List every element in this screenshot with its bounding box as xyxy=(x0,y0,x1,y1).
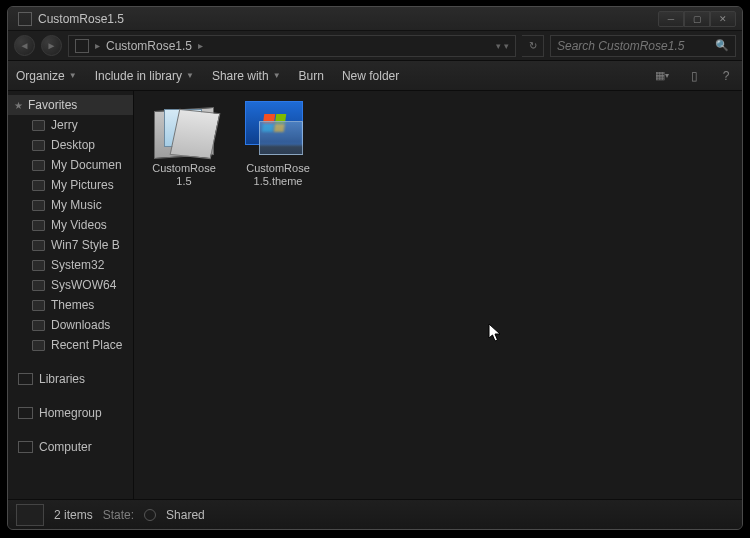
maximize-button[interactable]: ▢ xyxy=(684,11,710,27)
chevron-down-icon: ▾ xyxy=(665,71,669,80)
sidebar-item-label: Win7 Style B xyxy=(51,238,120,252)
close-button[interactable]: ✕ xyxy=(710,11,736,27)
sidebar-item-label: Themes xyxy=(51,298,94,312)
item-count: 2 items xyxy=(54,508,93,522)
include-label: Include in library xyxy=(95,69,182,83)
file-item-folder[interactable]: CustomRose 1.5 xyxy=(144,101,224,188)
share-with-button[interactable]: Share with ▼ xyxy=(212,69,281,83)
file-item-theme[interactable]: CustomRose 1.5.theme xyxy=(238,101,318,188)
back-button[interactable]: ◄ xyxy=(14,35,35,56)
sidebar-item-desktop[interactable]: Desktop xyxy=(8,135,133,155)
status-thumbnail-icon xyxy=(16,504,44,526)
content-pane[interactable]: CustomRose 1.5 CustomRose 1.5.theme xyxy=(134,91,742,499)
burn-button[interactable]: Burn xyxy=(299,69,324,83)
new-folder-label: New folder xyxy=(342,69,399,83)
desktop-icon xyxy=(32,140,45,151)
organize-label: Organize xyxy=(16,69,65,83)
state-value: Shared xyxy=(166,508,205,522)
share-label: Share with xyxy=(212,69,269,83)
folder-icon xyxy=(154,101,214,157)
sidebar-item-documents[interactable]: My Documen xyxy=(8,155,133,175)
sidebar-item-syswow64[interactable]: SysWOW64 xyxy=(8,275,133,295)
sidebar-item-videos[interactable]: My Videos xyxy=(8,215,133,235)
view-options-button[interactable]: ▦▾ xyxy=(654,68,670,84)
sidebar-item-label: System32 xyxy=(51,258,104,272)
recent-icon xyxy=(32,340,45,351)
sidebar-item-label: SysWOW64 xyxy=(51,278,116,292)
folder-icon xyxy=(32,200,45,211)
search-box[interactable]: 🔍 xyxy=(550,35,736,57)
sidebar-item-system32[interactable]: System32 xyxy=(8,255,133,275)
file-label: CustomRose 1.5 xyxy=(152,162,216,188)
sidebar-item-pictures[interactable]: My Pictures xyxy=(8,175,133,195)
favorites-header[interactable]: ★ Favorites xyxy=(8,95,133,115)
breadcrumb[interactable]: ▸ CustomRose1.5 ▸ ▾ ▾ xyxy=(68,35,516,57)
chevron-right-icon: ▸ xyxy=(95,40,100,51)
sidebar-item-downloads[interactable]: Downloads xyxy=(8,315,133,335)
location-icon xyxy=(75,39,89,53)
homegroup-icon xyxy=(18,407,33,419)
new-folder-button[interactable]: New folder xyxy=(342,69,399,83)
title-bar: CustomRose1.5 ─ ▢ ✕ xyxy=(8,7,742,31)
sidebar-item-label: Downloads xyxy=(51,318,110,332)
sidebar-item-label: Desktop xyxy=(51,138,95,152)
sidebar: ★ Favorites Jerry Desktop My Documen My … xyxy=(8,91,134,499)
folder-icon xyxy=(32,320,45,331)
sidebar-item-music[interactable]: My Music xyxy=(8,195,133,215)
help-button[interactable]: ? xyxy=(718,68,734,84)
status-bar: 2 items State: Shared xyxy=(8,499,742,529)
shared-icon xyxy=(144,509,156,521)
toolbar: Organize ▼ Include in library ▼ Share wi… xyxy=(8,61,742,91)
search-icon: 🔍 xyxy=(715,39,729,52)
state-label: State: xyxy=(103,508,134,522)
sidebar-item-label: My Documen xyxy=(51,158,122,172)
libraries-icon xyxy=(18,373,33,385)
window-title: CustomRose1.5 xyxy=(38,12,124,26)
nav-bar: ◄ ► ▸ CustomRose1.5 ▸ ▾ ▾ ↻ 🔍 xyxy=(8,31,742,61)
sidebar-section-computer[interactable]: Computer xyxy=(8,437,133,457)
organize-button[interactable]: Organize ▼ xyxy=(16,69,77,83)
folder-icon xyxy=(32,160,45,171)
refresh-button[interactable]: ↻ xyxy=(522,35,544,57)
sidebar-item-win7style[interactable]: Win7 Style B xyxy=(8,235,133,255)
preview-pane-button[interactable]: ▯ xyxy=(686,68,702,84)
minimize-button[interactable]: ─ xyxy=(658,11,684,27)
sidebar-section-homegroup[interactable]: Homegroup xyxy=(8,403,133,423)
window-icon xyxy=(18,12,32,26)
chevron-down-icon: ▼ xyxy=(273,71,281,80)
folder-icon xyxy=(32,180,45,191)
section-label: Libraries xyxy=(39,372,85,386)
computer-icon xyxy=(18,441,33,453)
sidebar-item-label: My Pictures xyxy=(51,178,114,192)
sidebar-item-label: Recent Place xyxy=(51,338,122,352)
folder-icon xyxy=(32,260,45,271)
theme-file-icon xyxy=(245,101,311,157)
folder-icon xyxy=(32,240,45,251)
explorer-window: CustomRose1.5 ─ ▢ ✕ ◄ ► ▸ CustomRose1.5 … xyxy=(7,6,743,530)
window-controls: ─ ▢ ✕ xyxy=(658,11,736,27)
sidebar-section-libraries[interactable]: Libraries xyxy=(8,369,133,389)
star-icon: ★ xyxy=(14,100,23,111)
section-label: Homegroup xyxy=(39,406,102,420)
folder-icon xyxy=(32,120,45,131)
folder-icon xyxy=(32,280,45,291)
sidebar-item-jerry[interactable]: Jerry xyxy=(8,115,133,135)
folder-icon xyxy=(32,220,45,231)
section-label: Computer xyxy=(39,440,92,454)
search-input[interactable] xyxy=(557,39,711,53)
body: ★ Favorites Jerry Desktop My Documen My … xyxy=(8,91,742,499)
chevron-down-icon: ▼ xyxy=(186,71,194,80)
include-in-library-button[interactable]: Include in library ▼ xyxy=(95,69,194,83)
sidebar-item-label: My Videos xyxy=(51,218,107,232)
forward-button[interactable]: ► xyxy=(41,35,62,56)
breadcrumb-current[interactable]: CustomRose1.5 xyxy=(106,39,192,53)
sidebar-item-label: Jerry xyxy=(51,118,78,132)
burn-label: Burn xyxy=(299,69,324,83)
chevron-right-icon: ▸ xyxy=(198,40,203,51)
favorites-header-label: Favorites xyxy=(28,98,77,112)
file-label: CustomRose 1.5.theme xyxy=(246,162,310,188)
folder-icon xyxy=(32,300,45,311)
sidebar-item-themes[interactable]: Themes xyxy=(8,295,133,315)
chevron-down-icon[interactable]: ▾ ▾ xyxy=(496,41,515,51)
sidebar-item-recent[interactable]: Recent Place xyxy=(8,335,133,355)
